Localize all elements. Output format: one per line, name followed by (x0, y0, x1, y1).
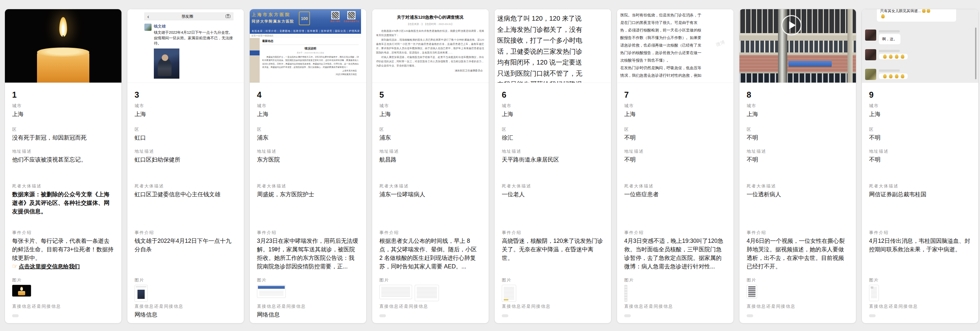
field-deceased: 死者大体描述 一位老人 (502, 182, 604, 229)
post-text: 钱文雄于2022年4月12日下午一点十九分去世。疫情期间一切从简。家属目前悲痛不… (154, 30, 233, 46)
video-still (740, 9, 856, 83)
folded-hands-icon (901, 54, 904, 59)
field-value-district: 浦东 (257, 133, 359, 142)
notice-signature: 同济大学附属东方医院 (262, 73, 359, 76)
field-label-address: 地址描述 (12, 147, 114, 155)
image-thumbnail (747, 285, 757, 299)
blurred-username (879, 69, 900, 72)
field-label-district: 区 (502, 126, 604, 133)
field-value-address: 东方医院 (257, 155, 359, 164)
field-city: 城市 上海 (135, 102, 237, 126)
field-district: 区 浦东 (257, 126, 359, 147)
section-title: 最新动态 (262, 38, 359, 45)
wechat-chat-screenshot: 只有其女儿眼见其病逝... 啊，这。 (862, 9, 978, 83)
field-address: 地址描述 东方医院 (257, 147, 359, 182)
field-label-event: 事件介绍 (624, 229, 726, 237)
field-label-image: 图片 (12, 276, 114, 284)
field-value-deceased: 周盛妮，东方医院护士 (257, 190, 359, 198)
record-card[interactable]: 只有其女儿眼见其病逝... 啊，这。 (862, 9, 979, 323)
folded-hands-icon (889, 74, 892, 78)
field-label-district: 区 (135, 126, 237, 133)
card-cover: 迷病危了叫 120，120 来了说全上海发热门诊都关了，没有医院接收，打了一个多… (495, 9, 611, 83)
record-card[interactable]: 医院。当时有些低烧，但是发热门诊在消杀，于是在门口的黑夜里等待了很久。可是由于有… (617, 9, 734, 323)
image-thumbnails (502, 285, 604, 302)
field-value-event: 高烧昏迷，核酸阴，120来了说发热门诊关了。无奈在家中降温，在昏迷中离世。 (502, 237, 604, 262)
record-card[interactable]: 8 城市 上海 区 不明 地址描述 不明 死者大体描述 一位透析病人 事件介绍 … (739, 9, 856, 323)
image-thumbnails (135, 285, 237, 302)
field-value-city: 上海 (379, 110, 482, 118)
submit-info-link[interactable]: 点击这里提交信息给我们 (19, 264, 80, 270)
field-label-event: 事件介绍 (869, 229, 971, 237)
field-address: 地址描述 航昌路 (379, 147, 482, 182)
field-city: 城市 上海 (869, 102, 971, 126)
image-thumbnails (624, 285, 726, 302)
field-label-direct: 直接信息还是间接信息 (12, 302, 114, 310)
field-value-deceased: 虹口区卫健委信息中心主任钱文雄 (135, 190, 237, 198)
field-value-district: 不明 (747, 133, 849, 142)
field-label-district: 区 (747, 126, 849, 133)
field-direct: 直接信息还是间接信息 (379, 302, 482, 323)
record-card[interactable]: 上海市东方医院 同济大学附属东方医院 100 微信二维码 患者移动服务平台 名医… (250, 9, 367, 323)
field-value-direct: 网络信息 (257, 310, 359, 319)
field-label-event: 事件介绍 (135, 229, 237, 237)
field-label-event: 事件介绍 (747, 229, 849, 237)
card-number: 8 (747, 83, 849, 102)
field-label-address: 地址描述 (135, 147, 237, 155)
field-label-image: 图片 (135, 276, 237, 284)
site-sidebar (250, 38, 259, 83)
field-value-event: 钱文雄于2022年4月12日下午一点十九分自杀 (135, 237, 237, 254)
blurred-username (879, 50, 900, 52)
avatar (865, 49, 876, 60)
field-image: 图片 (502, 276, 604, 302)
field-value-district: 徐汇 (502, 133, 604, 142)
site-header: 上海市东方医院 同济大学附属东方医院 100 微信二维码 患者移动服务平台 (250, 9, 361, 28)
field-label-deceased: 死者大体描述 (379, 182, 482, 190)
field-direct: 直接信息还是间接信息 (624, 302, 726, 323)
moments-post: 钱文雄 钱文雄于2022年4月12日下午一点十九分去世。疫情期间一切从简。家属目… (144, 24, 233, 78)
card-grid: 1 城市 上海 区 没有死于新冠，却因新冠而死 地址描述 他们不应该被漠视甚至忘… (0, 0, 980, 323)
field-label-district: 区 (624, 126, 726, 133)
field-label-image: 图片 (502, 276, 604, 284)
empty-value-pill (624, 314, 631, 317)
field-label-deceased: 死者大体描述 (12, 182, 114, 190)
notice-title: 情况说明 (262, 46, 359, 51)
field-image: 图片 (257, 276, 359, 302)
avatar (865, 69, 876, 80)
field-value-city: 上海 (624, 110, 726, 118)
candle-flame (59, 17, 67, 37)
anniversary-emblem: 100 (299, 11, 310, 25)
record-card[interactable]: 迷病危了叫 120，120 来了说全上海发热门诊都关了，没有医院接收，打了一个多… (494, 9, 611, 323)
field-value-city: 上海 (135, 110, 237, 118)
field-direct: 直接信息还是间接信息 网络信息 (257, 302, 359, 323)
field-label-city: 城市 (624, 102, 726, 110)
chat-bubble: 只有其女儿眼见其病逝... (877, 9, 956, 22)
field-label-direct: 直接信息还是间接信息 (869, 302, 971, 310)
field-direct: 直接信息还是间接信息 网络信息 (135, 302, 237, 323)
field-value-address: 他们不应该被漠视甚至忘记。 (12, 155, 114, 164)
field-value-city: 上海 (257, 110, 359, 118)
field-direct: 直接信息还是间接信息 (747, 302, 849, 323)
field-value-district: 浦东 (379, 133, 482, 142)
folded-hands-icon (895, 54, 899, 59)
field-label-deceased: 死者大体描述 (747, 182, 849, 190)
field-value-event: 根据患者女儿公布的时间线，早上 8 点，其父哮喘发作、晕倒。随后，小区 2 名做… (379, 237, 482, 271)
field-value-event: 每张卡片、每行记录，代表着一条逝去的鲜活生命。目前有73+位死者！数据持续更新中… (12, 237, 114, 262)
field-value-deceased: 一位透析病人 (747, 190, 849, 198)
field-event: 事件介绍 每张卡片、每行记录，代表着一条逝去的鲜活生命。目前有73+位死者！数据… (12, 229, 114, 276)
image-thumbnails (257, 285, 359, 298)
card-number: 5 (379, 83, 482, 102)
image-thumbnails (869, 285, 971, 301)
field-value-city: 上海 (502, 110, 604, 118)
image-thumbnail (379, 285, 412, 299)
record-card[interactable]: 关于对浦东120急救中心的调查情况 【信息来源：】【信息时间：2022-03-3… (372, 9, 489, 323)
folded-hands-icon (883, 54, 887, 59)
folded-hands-icon (883, 74, 887, 78)
record-card[interactable]: ‹ 朋友圈 钱文雄 钱文雄于2022年4月12日下午一点十九分去世。疫情期间一切… (127, 9, 244, 323)
field-label-city: 城市 (869, 102, 971, 110)
moments-title: 朋友圈 (181, 14, 193, 19)
notice-meta: 【信息来源：】【信息时间：2022-03-31】 (376, 22, 484, 26)
pointing-hand-icon: ☞ (12, 263, 18, 270)
folded-hands-icon (889, 54, 892, 59)
record-card[interactable]: 1 城市 上海 区 没有死于新冠，却因新冠而死 地址描述 他们不应该被漠视甚至忘… (5, 9, 122, 323)
chat-bubble (879, 54, 908, 59)
